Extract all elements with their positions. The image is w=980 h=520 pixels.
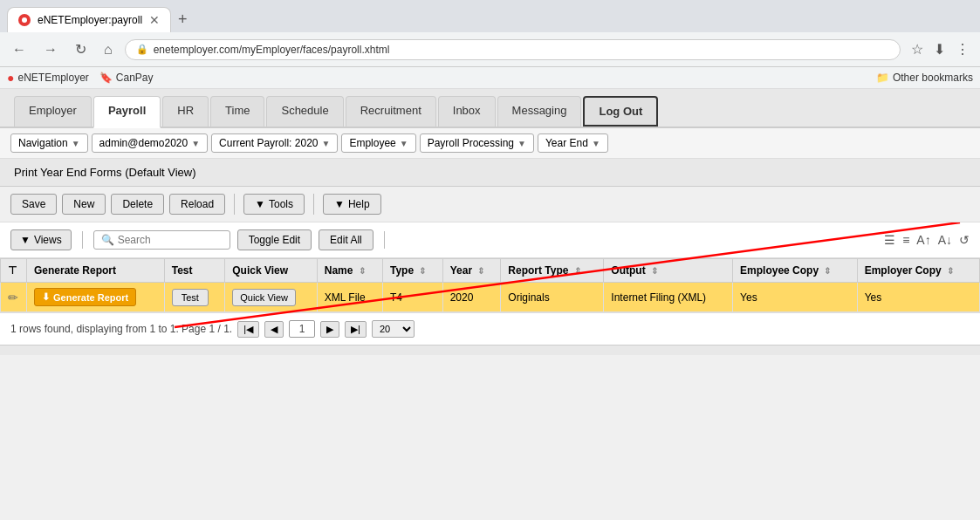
reload-button[interactable]: ↻ (70, 39, 92, 59)
tab-messaging[interactable]: Messaging (497, 96, 582, 127)
menu-icon[interactable]: ⋮ (952, 38, 973, 61)
filter-icon[interactable]: ☰ (884, 233, 895, 247)
row-employee-copy-cell: Yes (733, 283, 858, 312)
star-icon[interactable]: ☆ (908, 38, 927, 61)
search-box[interactable]: 🔍 (93, 230, 230, 250)
other-bookmarks[interactable]: 📁 Other bookmarks (876, 72, 973, 84)
new-tab-button[interactable]: + (171, 7, 195, 32)
col-employer-copy[interactable]: Employer Copy ⇕ (857, 259, 979, 283)
reload-button[interactable]: Reload (169, 194, 225, 215)
row-quick-view-cell: Quick View (225, 283, 318, 312)
dropdown-arrow-icon: ▼ (592, 139, 600, 148)
toolbar-row: Navigation ▼ admin@demo2020 ▼ Current Pa… (0, 128, 980, 159)
pagination-summary: 1 rows found, displaying from 1 to 1. Pa… (10, 323, 232, 335)
bookmarks-bar: ● eNETEmployer 🔖 CanPay 📁 Other bookmark… (0, 67, 980, 89)
current-payroll-dropdown[interactable]: Current Payroll: 2020 ▼ (211, 133, 338, 153)
browser-toolbar: ← → ↻ ⌂ 🔒 enetemployer.com/myEmployer/fa… (0, 32, 980, 67)
col-quick-view[interactable]: Quick View (225, 259, 318, 283)
tab-payroll[interactable]: Payroll (93, 96, 161, 128)
prev-page-button[interactable]: ◀ (264, 321, 284, 338)
tools-arrow: ▼ (255, 198, 265, 210)
col-name[interactable]: Name ⇕ (317, 259, 382, 283)
col-test[interactable]: Test (164, 259, 225, 283)
address-bar[interactable]: 🔒 enetemployer.com/myEmployer/faces/payr… (125, 39, 901, 60)
download-icon[interactable]: ⬇ (930, 38, 949, 61)
row-report-type-cell: Originals (501, 283, 604, 312)
row-employer-copy-cell: Yes (857, 283, 979, 312)
bookmark-canpay[interactable]: 🔖 CanPay (99, 72, 154, 84)
quick-view-button[interactable]: Quick View (232, 289, 296, 306)
tab-schedule[interactable]: Schedule (266, 96, 343, 127)
refresh-icon[interactable]: ↺ (959, 233, 970, 247)
col-employee-copy[interactable]: Employee Copy ⇕ (733, 259, 858, 283)
dropdown-arrow-icon: ▼ (400, 139, 408, 148)
help-button[interactable]: ▼ Help (323, 194, 381, 215)
edit-all-button[interactable]: Edit All (319, 229, 373, 250)
last-page-button[interactable]: ▶| (345, 321, 367, 338)
per-page-select[interactable]: 20 50 100 (372, 320, 415, 338)
download-icon: ⬇ (42, 291, 50, 303)
favicon-icon (18, 14, 31, 26)
row-generate-report-cell: ⬇ Generate Report (27, 283, 165, 312)
sort-icon: ⇕ (574, 266, 581, 276)
help-arrow: ▼ (334, 198, 345, 210)
col-generate-report[interactable]: Generate Report (27, 259, 165, 283)
tab-title: eNETEmployer:payroll (38, 14, 142, 26)
col-year[interactable]: Year ⇕ (442, 259, 501, 283)
separator (313, 194, 314, 215)
table-section: ▼ Views 🔍 Toggle Edit Edit All ☰ ≡ A↑ A↓… (0, 222, 980, 345)
tab-time[interactable]: Time (210, 96, 264, 127)
browser-tab[interactable]: eNETEmployer:payroll ✕ (7, 7, 171, 32)
col-type[interactable]: Type ⇕ (383, 259, 443, 283)
admin-dropdown[interactable]: admin@demo2020 ▼ (92, 133, 208, 153)
tools-button[interactable]: ▼ Tools (243, 194, 305, 215)
table-wrapper: ⊤ Generate Report Test Quick View Name (0, 258, 980, 312)
tab-hr[interactable]: HR (162, 96, 209, 127)
tab-inbox[interactable]: Inbox (438, 96, 496, 127)
payroll-processing-dropdown[interactable]: Payroll Processing ▼ (420, 133, 534, 153)
next-page-button[interactable]: ▶ (320, 321, 339, 338)
col-report-type[interactable]: Report Type ⇕ (501, 259, 604, 283)
col-output[interactable]: Output ⇕ (604, 259, 733, 283)
row-type-cell: T4 (383, 283, 443, 312)
tab-logout[interactable]: Log Out (583, 96, 658, 127)
dropdown-arrow-icon: ▼ (191, 139, 200, 148)
views-button[interactable]: ▼ Views (10, 229, 72, 250)
forward-button[interactable]: → (38, 40, 63, 59)
separator (82, 231, 83, 249)
sort-icon: ⇕ (947, 266, 954, 276)
home-button[interactable]: ⌂ (99, 40, 118, 59)
row-name-cell: XML File (317, 283, 382, 312)
filter-funnel-icon: ⊤ (8, 264, 17, 277)
back-button[interactable]: ← (7, 40, 31, 59)
sort-icon: ⇕ (824, 266, 831, 276)
decrease-font-icon[interactable]: A↓ (938, 233, 952, 247)
col-filter[interactable]: ⊤ (1, 259, 27, 283)
sort-icon: ⇕ (651, 266, 658, 276)
toggle-edit-button[interactable]: Toggle Edit (237, 229, 312, 250)
navigation-dropdown[interactable]: Navigation ▼ (10, 133, 88, 153)
close-tab-button[interactable]: ✕ (149, 13, 160, 27)
save-button[interactable]: Save (10, 194, 57, 215)
first-page-button[interactable]: |◀ (237, 321, 259, 338)
edit-pencil-icon[interactable]: ✏ (8, 291, 18, 304)
dropdown-arrow-icon: ▼ (321, 139, 330, 148)
folder-icon: 📁 (876, 72, 889, 84)
delete-button[interactable]: Delete (111, 194, 164, 215)
page-number: 1 (289, 320, 315, 338)
test-button[interactable]: Test (172, 289, 209, 306)
tab-employer[interactable]: Employer (14, 96, 92, 127)
tab-recruitment[interactable]: Recruitment (346, 96, 436, 127)
separator (234, 194, 235, 215)
increase-font-icon[interactable]: A↑ (916, 233, 930, 247)
horizontal-scrollbar[interactable] (0, 345, 980, 355)
bookmark-enetemployer[interactable]: ● eNETEmployer (7, 71, 89, 85)
search-input[interactable] (118, 234, 223, 246)
year-end-dropdown[interactable]: Year End ▼ (538, 133, 608, 153)
columns-icon[interactable]: ≡ (902, 233, 909, 247)
lock-icon: 🔒 (136, 44, 148, 55)
separator (384, 231, 385, 249)
employee-dropdown[interactable]: Employee ▼ (341, 133, 415, 153)
generate-report-button[interactable]: ⬇ Generate Report (34, 288, 136, 306)
new-button[interactable]: New (62, 194, 106, 215)
